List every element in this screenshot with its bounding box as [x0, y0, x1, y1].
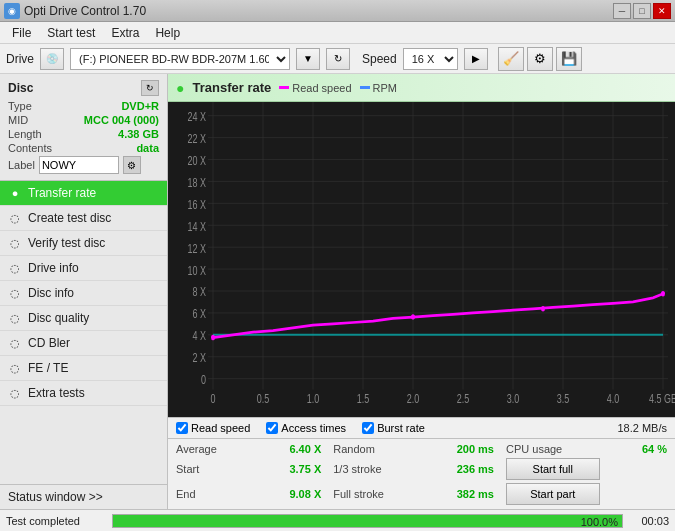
- app-icon: ◉: [4, 3, 20, 19]
- close-button[interactable]: ✕: [653, 3, 671, 19]
- nav-item-disc-quality[interactable]: ◌ Disc quality: [0, 306, 167, 331]
- start-part-button[interactable]: Start part: [506, 483, 600, 505]
- nav-item-disc-info[interactable]: ◌ Disc info: [0, 281, 167, 306]
- minimize-button[interactable]: ─: [613, 3, 631, 19]
- title-bar-left: ◉ Opti Drive Control 1.70: [4, 3, 146, 19]
- disc-label-key: Label: [8, 159, 35, 171]
- menu-bar: File Start test Extra Help: [0, 22, 675, 44]
- svg-point-50: [661, 291, 665, 296]
- disc-quality-icon: ◌: [8, 312, 22, 325]
- transfer-rate-icon: ●: [8, 187, 22, 199]
- drive-arrow-btn[interactable]: ▼: [296, 48, 320, 70]
- disc-mid-row: MID MCC 004 (000): [8, 114, 159, 126]
- disc-type-row: Type DVD+R: [8, 100, 159, 112]
- svg-text:2 X: 2 X: [193, 351, 206, 365]
- drive-label: Drive: [6, 52, 34, 66]
- svg-point-48: [411, 314, 415, 319]
- chart-header-icon: ●: [176, 80, 184, 96]
- drive-info-icon: ◌: [8, 262, 22, 275]
- speed-select[interactable]: 16 X: [403, 48, 458, 70]
- disc-length-val: 4.38 GB: [118, 128, 159, 140]
- maximize-button[interactable]: □: [633, 3, 651, 19]
- nav-item-create-test-disc[interactable]: ◌ Create test disc: [0, 206, 167, 231]
- progress-text: 100.0%: [581, 515, 618, 528]
- svg-text:24 X: 24 X: [187, 110, 206, 124]
- svg-text:14 X: 14 X: [187, 219, 206, 233]
- status-window-btn[interactable]: Status window >>: [0, 484, 167, 509]
- legend-read-speed-dot: [279, 86, 289, 89]
- svg-text:0: 0: [201, 373, 206, 387]
- full-stroke-val: 382 ms: [426, 488, 494, 500]
- erase-icon-btn[interactable]: 🧹: [498, 47, 524, 71]
- extra-tests-icon: ◌: [8, 387, 22, 400]
- burst-rate-checkbox-item: Burst rate: [362, 422, 425, 434]
- status-window-label: Status window >>: [8, 490, 103, 504]
- access-times-checkbox-item: Access times: [266, 422, 346, 434]
- menu-file[interactable]: File: [4, 24, 39, 42]
- read-speed-checkbox[interactable]: [176, 422, 188, 434]
- legend-rpm-label: RPM: [373, 82, 397, 94]
- legend-rpm-dot: [360, 86, 370, 89]
- start-full-button[interactable]: Start full: [506, 458, 600, 480]
- nav-item-drive-info[interactable]: ◌ Drive info: [0, 256, 167, 281]
- legend-read-speed-label: Read speed: [292, 82, 351, 94]
- disc-mid-val: MCC 004 (000): [84, 114, 159, 126]
- disc-label-input[interactable]: [39, 156, 119, 174]
- drive-icon-btn[interactable]: 💿: [40, 48, 64, 70]
- svg-text:0.5: 0.5: [257, 392, 270, 406]
- svg-text:22 X: 22 X: [187, 132, 206, 146]
- svg-text:8 X: 8 X: [193, 285, 206, 299]
- chart-svg: 24 X 22 X 20 X 18 X 16 X 14 X 12 X 10 X …: [168, 102, 675, 417]
- save-icon-btn[interactable]: 💾: [556, 47, 582, 71]
- access-times-checkbox-label: Access times: [281, 422, 346, 434]
- menu-extra[interactable]: Extra: [103, 24, 147, 42]
- stroke-1-3-val: 236 ms: [426, 463, 494, 475]
- speed-arrow-btn[interactable]: ▶: [464, 48, 488, 70]
- nav-item-cd-bler-label: CD Bler: [28, 336, 70, 350]
- nav-item-cd-bler[interactable]: ◌ CD Bler: [0, 331, 167, 356]
- nav-item-transfer-rate[interactable]: ● Transfer rate: [0, 181, 167, 206]
- svg-text:0: 0: [210, 392, 215, 406]
- nav-item-fe-te[interactable]: ◌ FE / TE: [0, 356, 167, 381]
- disc-mid-label: MID: [8, 114, 28, 126]
- read-speed-checkbox-label: Read speed: [191, 422, 250, 434]
- drive-select[interactable]: (F:) PIONEER BD-RW BDR-207M 1.60: [70, 48, 290, 70]
- menu-help[interactable]: Help: [147, 24, 188, 42]
- cpu-label: CPU usage: [506, 443, 600, 455]
- nav-item-fe-te-label: FE / TE: [28, 361, 68, 375]
- disc-header: Disc ↻: [8, 80, 159, 96]
- start-val: 3.75 X: [259, 463, 321, 475]
- full-stroke-label: Full stroke: [333, 488, 414, 500]
- drive-bar: Drive 💿 (F:) PIONEER BD-RW BDR-207M 1.60…: [0, 44, 675, 74]
- random-label: Random: [333, 443, 414, 455]
- svg-text:4.0: 4.0: [607, 392, 620, 406]
- settings-icon-btn[interactable]: ⚙: [527, 47, 553, 71]
- nav-item-extra-tests[interactable]: ◌ Extra tests: [0, 381, 167, 406]
- disc-label-edit-btn[interactable]: ⚙: [123, 156, 141, 174]
- status-time: 00:03: [629, 515, 669, 527]
- chart-header: ● Transfer rate Read speed RPM: [168, 74, 675, 102]
- nav-item-verify-test-disc[interactable]: ◌ Verify test disc: [0, 231, 167, 256]
- svg-text:10 X: 10 X: [187, 263, 206, 277]
- menu-start-test[interactable]: Start test: [39, 24, 103, 42]
- svg-text:4 X: 4 X: [193, 329, 206, 343]
- stroke-1-3-label: 1/3 stroke: [333, 463, 414, 475]
- drive-refresh-btn[interactable]: ↻: [326, 48, 350, 70]
- nav-menu: ● Transfer rate ◌ Create test disc ◌ Ver…: [0, 181, 167, 484]
- burst-rate-val: 18.2 MB/s: [617, 422, 667, 434]
- title-text: Opti Drive Control 1.70: [24, 4, 146, 18]
- disc-length-row: Length 4.38 GB: [8, 128, 159, 140]
- random-val: 200 ms: [426, 443, 494, 455]
- nav-item-transfer-rate-label: Transfer rate: [28, 186, 96, 200]
- svg-text:6 X: 6 X: [193, 307, 206, 321]
- start-label: Start: [176, 463, 247, 475]
- nav-item-drive-info-label: Drive info: [28, 261, 79, 275]
- disc-contents-label: Contents: [8, 142, 52, 154]
- cd-bler-icon: ◌: [8, 337, 22, 350]
- svg-text:16 X: 16 X: [187, 197, 206, 211]
- burst-rate-checkbox[interactable]: [362, 422, 374, 434]
- chart-title: Transfer rate: [192, 80, 271, 95]
- disc-length-label: Length: [8, 128, 42, 140]
- disc-refresh-btn[interactable]: ↻: [141, 80, 159, 96]
- access-times-checkbox[interactable]: [266, 422, 278, 434]
